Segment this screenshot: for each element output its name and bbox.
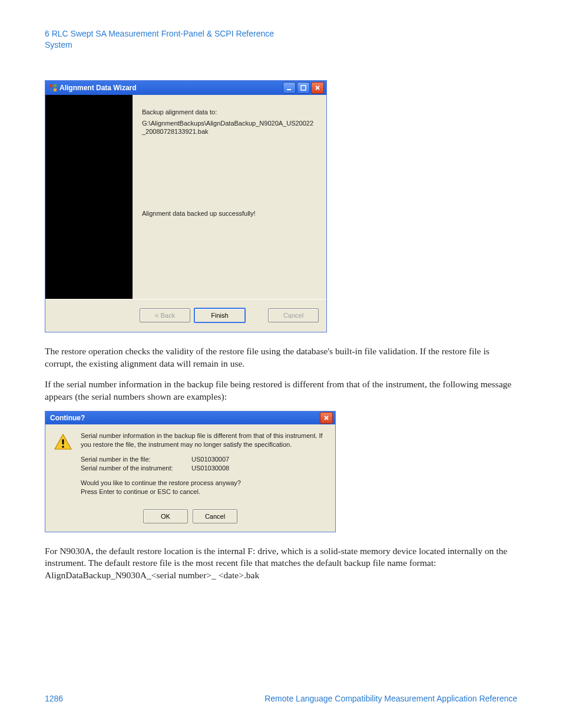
finish-button[interactable]: Finish: [194, 308, 246, 323]
body-paragraph-3: For N9030A, the default restore location…: [45, 545, 517, 582]
body-paragraph-1: The restore operation checks the validit…: [45, 345, 517, 370]
chapter-line: 6 RLC Swept SA Measurement Front-Panel &…: [45, 28, 517, 39]
continue-titlebar: Continue?: [45, 411, 335, 424]
page-footer: 1286 Remote Language Compatibility Measu…: [45, 694, 517, 703]
warning-icon: [54, 433, 72, 452]
continue-dialog: Continue? Serial number information in t…: [45, 411, 336, 532]
sn-file-label: Serial number in the file:: [81, 455, 191, 464]
msg-line3a: Would you like to continue the restore p…: [81, 479, 327, 487]
svg-rect-0: [49, 84, 52, 87]
continue-button-row: OK Cancel: [45, 506, 335, 532]
doc-title: Remote Language Compatibility Measuremen…: [265, 694, 517, 703]
msg-line1: Serial number information in the backup …: [81, 431, 327, 449]
ok-button[interactable]: OK: [143, 509, 188, 523]
backup-path: G:\AlignmentBackups\AlignDataBackup_N902…: [142, 119, 317, 137]
backup-success-msg: Alignment data backed up successfully!: [142, 209, 317, 218]
wizard-button-row: < Back Finish Cancel: [45, 299, 326, 332]
maximize-button[interactable]: [297, 82, 310, 94]
continue-title: Continue?: [50, 414, 320, 422]
svg-rect-2: [49, 88, 52, 91]
wizard-side-image: [45, 95, 133, 299]
section-line: System: [45, 39, 517, 51]
svg-rect-6: [62, 439, 64, 444]
close-button[interactable]: [311, 82, 324, 94]
wizard-title: Alignment Data Wizard: [59, 84, 283, 92]
continue-message-text: Serial number information in the backup …: [81, 431, 327, 502]
svg-point-7: [62, 446, 64, 449]
wizard-main-panel: Backup alignment data to: G:\AlignmentBa…: [133, 95, 326, 299]
back-button[interactable]: < Back: [140, 308, 190, 322]
wizard-titlebar: Alignment Data Wizard: [45, 81, 326, 95]
svg-rect-1: [54, 84, 57, 87]
backup-label: Backup alignment data to:: [142, 108, 317, 117]
chapter-header: 6 RLC Swept SA Measurement Front-Panel &…: [45, 28, 517, 51]
svg-rect-4: [287, 89, 291, 90]
continue-close-button[interactable]: [320, 412, 333, 424]
app-icon: [49, 84, 57, 92]
cancel-button[interactable]: Cancel: [268, 308, 319, 322]
msg-line3b: Press Enter to continue or ESC to cancel…: [81, 487, 327, 496]
svg-rect-5: [301, 85, 306, 90]
sn-inst-value: US01030008: [191, 464, 229, 473]
body-paragraph-2: If the serial number information in the …: [45, 378, 517, 403]
svg-rect-3: [54, 88, 57, 91]
minimize-button[interactable]: [283, 82, 296, 94]
msgbox-cancel-button[interactable]: Cancel: [193, 509, 237, 523]
page-number: 1286: [45, 694, 63, 703]
sn-inst-label: Serial number of the instrument:: [81, 464, 191, 473]
alignment-wizard-window: Alignment Data Wizard Backup alignment d…: [45, 80, 327, 332]
sn-file-value: US01030007: [191, 455, 229, 464]
